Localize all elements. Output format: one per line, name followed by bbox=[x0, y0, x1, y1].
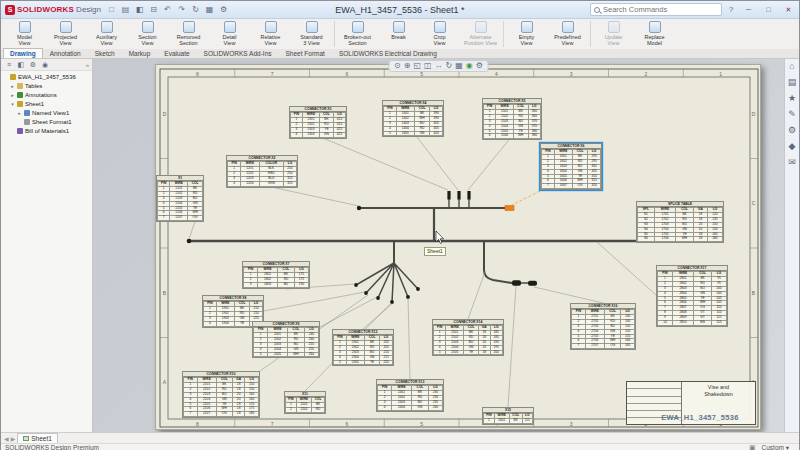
wire-table-10[interactable]: CONNECTOR X9PINWIRECOLLG12001BK24022002R… bbox=[252, 321, 320, 358]
tree-item-bill-of-materials1[interactable]: Bill of Materials1 bbox=[1, 126, 92, 135]
zoom-area-icon[interactable]: ⊙ bbox=[394, 62, 401, 70]
displaymanager-tab-icon[interactable]: ◉ bbox=[40, 61, 50, 69]
tree-item-tables[interactable]: ▸Tables bbox=[1, 81, 92, 90]
tab-sheet-format[interactable]: Sheet Format bbox=[279, 48, 332, 58]
close-button[interactable]: ✕ bbox=[780, 3, 797, 16]
tree-item-annotations[interactable]: ▸Annotations bbox=[1, 90, 92, 99]
tab-markup[interactable]: Markup bbox=[122, 48, 158, 58]
configurationmanager-tab-icon[interactable]: ⚙ bbox=[28, 61, 38, 69]
view-palette-icon[interactable]: ✎ bbox=[788, 110, 796, 119]
main-area: ≡◧⚙◉» EWA_H1_3457_5536▸Tables▸Annotation… bbox=[1, 59, 799, 432]
new-document-icon[interactable]: □ bbox=[105, 3, 118, 16]
ribbon-button-break[interactable]: Break bbox=[378, 20, 419, 48]
table-row: 12601BK115 bbox=[484, 419, 533, 424]
highlighted-connector[interactable] bbox=[505, 205, 514, 210]
ribbon-button-replace-model[interactable]: ReplaceModel bbox=[634, 20, 675, 48]
print-icon[interactable]: ⊟ bbox=[147, 3, 160, 16]
expand-arrow-icon[interactable]: ▾ bbox=[10, 101, 15, 107]
zone-label: 2 bbox=[644, 71, 647, 77]
sheet1-tab[interactable]: Sheet1 bbox=[17, 433, 58, 443]
expand-arrow-icon[interactable]: ▸ bbox=[10, 92, 15, 98]
ribbon-button-removed-section[interactable]: RemovedSection bbox=[168, 20, 209, 48]
tab-annotation[interactable]: Annotation bbox=[43, 48, 88, 58]
featuremanager-tab-icon[interactable]: ≡ bbox=[4, 61, 14, 68]
search-input[interactable] bbox=[603, 5, 718, 14]
home-icon[interactable]: ⌂ bbox=[789, 62, 794, 71]
unit-system-icon[interactable]: ▣ bbox=[749, 444, 756, 450]
display-style-icon[interactable]: ▦ bbox=[455, 62, 463, 70]
design-library-icon[interactable]: ▤ bbox=[788, 78, 797, 87]
tab-sketch[interactable]: Sketch bbox=[88, 48, 122, 58]
menu-icons: □▤◧⊟↶↷↻▦⚙ bbox=[105, 3, 230, 16]
ribbon-button-standard-3-view[interactable]: Standard3 View bbox=[291, 20, 332, 48]
minimize-button[interactable]: ─ bbox=[740, 3, 757, 16]
options-icon[interactable]: ⚙ bbox=[217, 3, 230, 16]
rotate-view-icon[interactable]: ↻ bbox=[446, 62, 453, 70]
tree-item-ewa-h1-3457-5536[interactable]: EWA_H1_3457_5536 bbox=[1, 72, 92, 81]
forum-icon[interactable]: ✉ bbox=[788, 158, 796, 167]
ribbon-button-auxiliary-view[interactable]: AuxiliaryView bbox=[86, 20, 127, 48]
wire-table-14[interactable]: CONNECTOR X13PINWIRECOLLG12401BK23022402… bbox=[376, 379, 444, 412]
wire-table-16[interactable]: X15PINWIRECOLLG12601BK115 bbox=[482, 407, 534, 425]
wire-table-17[interactable]: CONNECTOR X16PINWIRECOLLG12701BK14022702… bbox=[570, 303, 636, 350]
wire-table-11[interactable]: CONNECTOR X10PINWIRECOLGALG12101BK181502… bbox=[182, 371, 260, 418]
tab-scroll-left-icon[interactable]: ◀ bbox=[4, 435, 9, 442]
maximize-button[interactable]: □ bbox=[760, 3, 777, 16]
ribbon-button-section-view[interactable]: SectionView bbox=[127, 20, 168, 48]
ribbon-button-label: ReplaceModel bbox=[644, 34, 664, 47]
custom-units-dropdown[interactable]: Custom ▾ bbox=[762, 444, 789, 450]
undo-icon[interactable]: ↶ bbox=[161, 3, 174, 16]
wire-table-18[interactable]: CONNECTOR X17PINWIRECOLLG12801BK9522802R… bbox=[656, 265, 728, 327]
wire-table-15[interactable]: CONNECTOR X14PINWIRECOLGALG12501BK181852… bbox=[432, 319, 504, 356]
tab-solidworks-electrical-drawing[interactable]: SOLIDWORKS Electrical Drawing bbox=[332, 48, 444, 58]
hide-show-items-icon[interactable]: ◉ bbox=[466, 62, 473, 70]
tab-drawing[interactable]: Drawing bbox=[3, 48, 43, 58]
ribbon-button-crop-view[interactable]: CropView bbox=[419, 20, 460, 48]
search-box[interactable] bbox=[590, 3, 722, 16]
wire-table-1[interactable]: X1PINWIRECOL11101BK21102RD31103BU41104GN… bbox=[156, 175, 204, 222]
wire-table-13[interactable]: CONNECTOR X12PINWIRECOLLG12301BK20522302… bbox=[332, 329, 394, 366]
title-block[interactable]: Vise and Shakedown EWA_H1_3457_5536 bbox=[626, 381, 756, 425]
wire-table-6[interactable]: CONNECTOR X6PINWIRECOLLG11601BK29521602R… bbox=[540, 143, 602, 190]
help-button[interactable]: ? bbox=[725, 5, 737, 14]
ribbon-button-model-view[interactable]: ModelView bbox=[4, 20, 45, 48]
graphics-area[interactable]: ⊙⊕◱◫↔↻▦◉⚙ bbox=[93, 59, 784, 432]
redo-icon[interactable]: ↷ bbox=[175, 3, 188, 16]
file-explorer-icon[interactable]: ★ bbox=[788, 94, 796, 103]
file-properties-icon[interactable]: ▦ bbox=[203, 3, 216, 16]
custom-properties-icon[interactable]: ◆ bbox=[789, 142, 796, 151]
rebuild-icon[interactable]: ↻ bbox=[189, 3, 202, 16]
ribbon-button-broken-out-section[interactable]: Broken-outSection bbox=[337, 20, 378, 48]
ribbon-button-predefined-view[interactable]: PredefinedView bbox=[547, 20, 588, 48]
appearances-icon[interactable]: ⚙ bbox=[788, 126, 796, 135]
wire-table-8[interactable]: CONNECTOR X7PINWIRECOLLG11801BK17521802R… bbox=[242, 261, 310, 289]
ribbon-button-relative-view[interactable]: RelativeView bbox=[250, 20, 291, 48]
ribbon-button-detail-view[interactable]: DetailView bbox=[209, 20, 250, 48]
tree-item-sheet1[interactable]: ▾Sheet1 bbox=[1, 99, 92, 108]
pan-icon[interactable]: ↔ bbox=[435, 62, 443, 70]
expand-arrow-icon[interactable]: ▸ bbox=[10, 83, 15, 89]
open-icon[interactable]: ▤ bbox=[119, 3, 132, 16]
panel-chevron-icon[interactable]: » bbox=[86, 62, 89, 68]
save-icon[interactable]: ◧ bbox=[133, 3, 146, 16]
tab-evaluate[interactable]: Evaluate bbox=[157, 48, 196, 58]
wire-table-3[interactable]: CONNECTOR X3PINWIRECOLLG11301BK41021302R… bbox=[289, 106, 347, 139]
wire-table-12[interactable]: X11PINWIRECOL12201BK22202RD bbox=[284, 391, 326, 414]
view-settings-icon[interactable]: ⚙ bbox=[476, 62, 483, 70]
tree-item-sheet-format1[interactable]: Sheet Format1 bbox=[1, 117, 92, 126]
expand-arrow-icon[interactable]: ▸ bbox=[17, 110, 22, 116]
tree-item-named-view1[interactable]: ▸Named View1 bbox=[1, 108, 92, 117]
ribbon-button-empty-view[interactable]: EmptyView bbox=[506, 20, 547, 48]
wire-table-5[interactable]: CONNECTOR X5PINWIRECOLLG11501BK36021502R… bbox=[482, 98, 542, 140]
tab-scroll-right-icon[interactable]: ▶ bbox=[11, 435, 16, 442]
section-view-icon[interactable]: ◫ bbox=[424, 62, 432, 70]
wire-table-2[interactable]: CONNECTOR X2PINWIRECOLORLG11201BLK250212… bbox=[226, 155, 298, 188]
ribbon-button-projected-view[interactable]: ProjectedView bbox=[45, 20, 86, 48]
tab-solidworks-add-ins[interactable]: SOLIDWORKS Add-Ins bbox=[197, 48, 279, 58]
propertymanager-tab-icon[interactable]: ◧ bbox=[16, 61, 26, 69]
wire-table-7[interactable]: SPLICE TABLESPLWIRECOLGALGS11701BK18120S… bbox=[636, 201, 724, 243]
wire-table-4[interactable]: CONNECTOR X4PINWIRECOLLG11401BK39021402W… bbox=[382, 100, 444, 137]
drawing-sheet[interactable]: 8877665544332211DDCCBBAA X1PINWIRECOL111… bbox=[155, 64, 761, 430]
zoom-fit-icon[interactable]: ⊕ bbox=[404, 62, 411, 70]
previous-view-icon[interactable]: ◱ bbox=[413, 62, 421, 70]
